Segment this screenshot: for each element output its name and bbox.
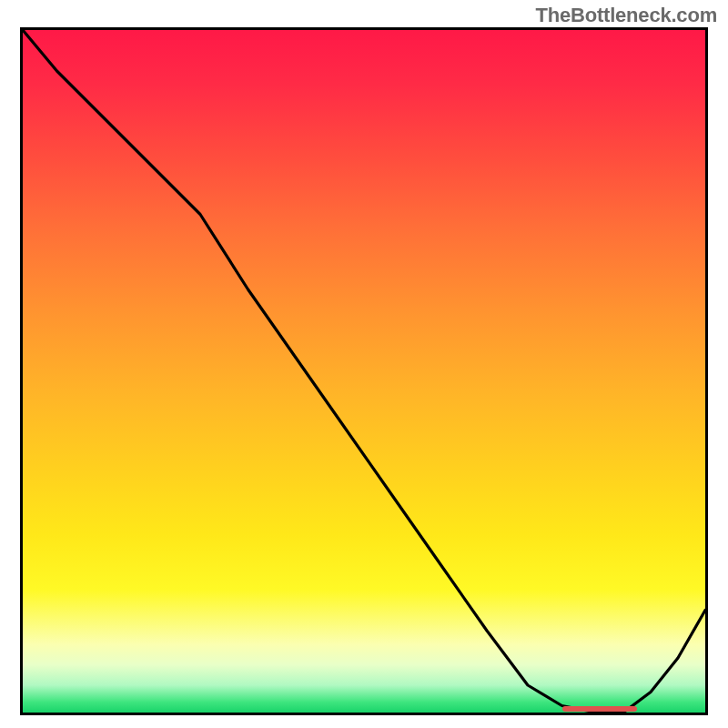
plot-area	[20, 27, 708, 715]
curve-svg	[23, 30, 705, 713]
curve-path	[23, 30, 705, 713]
chart-stage: TheBottleneck.com	[0, 0, 728, 728]
valley-marker	[562, 706, 638, 712]
watermark-text: TheBottleneck.com	[535, 4, 717, 27]
